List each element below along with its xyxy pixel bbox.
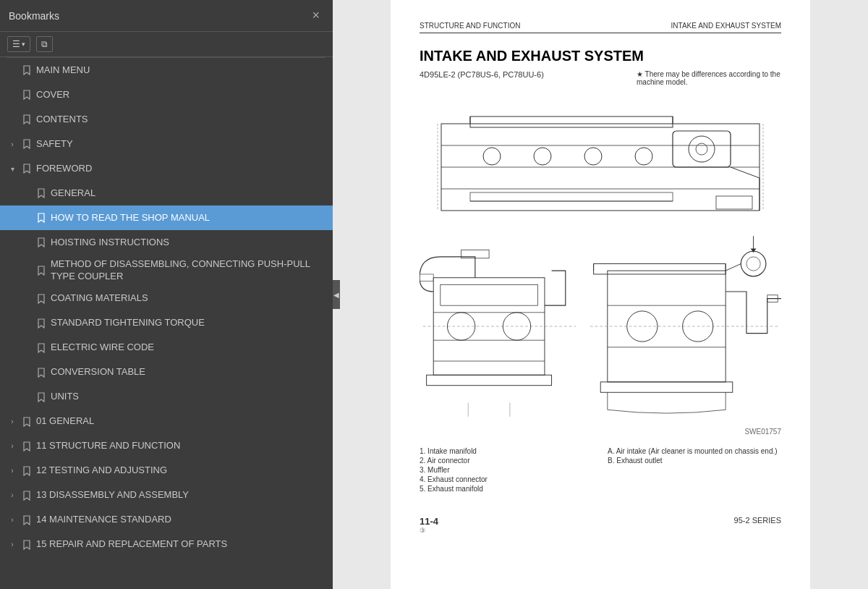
- bookmark-icon-standard-torque: [36, 318, 46, 329]
- caption-item: 4. Exhaust connector: [420, 475, 593, 483]
- sidebar-item-general[interactable]: GENERAL: [0, 181, 333, 205]
- expand-arrow-15-repair: ›: [7, 541, 17, 548]
- section-title: INTAKE AND EXHAUST SYSTEM: [420, 48, 781, 64]
- bookmark-icon-how-to-read: [36, 213, 46, 223]
- bookmark-icon-11-structure: [22, 441, 32, 452]
- svg-point-7: [635, 148, 652, 165]
- sidebar-item-12-testing[interactable]: ›12 TESTING AND ADJUSTING: [0, 459, 333, 483]
- sidebar-item-label-conversion: CONVERSION TABLE: [51, 366, 145, 378]
- sidebar-header: Bookmarks ×: [0, 0, 333, 32]
- sub-number: ③: [420, 527, 438, 534]
- bookmark-icon-contents: [22, 114, 32, 124]
- sidebar-item-label-hoisting: HOISTING INSTRUCTIONS: [51, 237, 169, 249]
- sidebar-item-label-12-testing: 12 TESTING AND ADJUSTING: [36, 465, 167, 477]
- caption-item: A. Air intake (Air cleaner is mounted on…: [608, 447, 781, 455]
- svg-rect-8: [470, 116, 673, 127]
- bookmark-icon-safety: [22, 139, 32, 149]
- sidebar-item-label-14-maintenance: 14 MAINTENANCE STANDARD: [36, 514, 171, 526]
- sidebar-item-foreword[interactable]: ▾FOREWORD: [0, 156, 333, 181]
- sidebar-item-13-disassembly[interactable]: ›13 DISASSEMBLY AND ASSEMBLY: [0, 483, 333, 508]
- expand-arrow-13-disassembly: ›: [7, 491, 17, 499]
- bookmark-icon-13-disassembly: [22, 491, 32, 501]
- sidebar-item-label-cover: COVER: [36, 89, 69, 101]
- sidebar-item-safety[interactable]: ›SAFETY: [0, 132, 333, 156]
- sidebar-item-coating[interactable]: COATING MATERIALS: [0, 287, 333, 311]
- sidebar-item-standard-torque[interactable]: STANDARD TIGHTENING TORQUE: [0, 311, 333, 336]
- sidebar-item-label-method-disassembling: METHOD OF DISASSEMBLING, CONNECTING PUSH…: [51, 258, 326, 283]
- sidebar-item-units[interactable]: UNITS: [0, 385, 333, 410]
- bookmark-icon-general: [36, 188, 46, 198]
- sidebar-item-label-safety: SAFETY: [36, 138, 73, 151]
- bookmark-icon-button[interactable]: ⧉: [36, 36, 53, 52]
- note-text: ★ There may be differences according to …: [637, 70, 781, 86]
- svg-line-16: [731, 167, 760, 178]
- svg-rect-31: [420, 274, 433, 281]
- expand-arrow-foreword: ▾: [7, 165, 17, 173]
- caption-item: B. Exhaust outlet: [608, 457, 781, 465]
- bookmark-icon: ⧉: [41, 39, 48, 49]
- caption-left: 1. Intake manifold2. Air connector3. Muf…: [420, 447, 593, 494]
- expand-arrow-safety: ›: [7, 140, 17, 148]
- sidebar-list: MAIN MENUCOVERCONTENTS›SAFETY▾FOREWORDGE…: [0, 58, 333, 589]
- sidebar-item-01-general[interactable]: ›01 GENERAL: [0, 410, 333, 434]
- sidebar-item-label-coating: COATING MATERIALS: [51, 292, 148, 305]
- bookmark-icon-method-disassembling: [36, 266, 46, 276]
- bookmark-icon-14-maintenance: [22, 515, 32, 525]
- sidebar-item-conversion[interactable]: CONVERSION TABLE: [0, 360, 333, 385]
- list-view-button[interactable]: ☰ ▾: [7, 36, 30, 52]
- bottom-right-diagram: [587, 232, 781, 420]
- caption-item: 5. Exhaust manifold: [420, 485, 593, 493]
- sidebar-item-label-electric-wire: ELECTRIC WIRE CODE: [51, 342, 154, 354]
- bookmark-icon-coating: [36, 294, 46, 304]
- chevron-down-icon: ▾: [22, 41, 25, 48]
- bookmark-icon-units: [36, 392, 46, 402]
- svg-point-4: [483, 148, 501, 165]
- sidebar-item-contents[interactable]: CONTENTS: [0, 107, 333, 132]
- svg-rect-22: [441, 284, 538, 305]
- svg-rect-14: [470, 192, 673, 201]
- sidebar-close-button[interactable]: ×: [307, 7, 324, 25]
- sidebar-item-label-units: UNITS: [51, 391, 79, 403]
- bookmark-icon-hoisting: [36, 237, 46, 247]
- expand-arrow-11-structure: ›: [7, 442, 17, 450]
- bookmark-icon-15-repair: [22, 540, 32, 550]
- sidebar-item-hoisting[interactable]: HOISTING INSTRUCTIONS: [0, 230, 333, 255]
- sidebar-item-label-foreword: FOREWORD: [36, 163, 92, 175]
- caption-item: 2. Air connector: [420, 457, 593, 465]
- svg-rect-48: [600, 382, 733, 392]
- sidebar-item-method-disassembling[interactable]: METHOD OF DISASSEMBLING, CONNECTING PUSH…: [0, 255, 333, 287]
- series-label: 95-2 SERIES: [734, 516, 781, 534]
- svg-rect-18: [716, 196, 752, 209]
- svg-marker-43: [751, 248, 757, 253]
- caption-right: A. Air intake (Air cleaner is mounted on…: [608, 447, 781, 494]
- collapse-handle[interactable]: ◀: [333, 280, 340, 309]
- sidebar-item-label-how-to-read: HOW TO READ THE SHOP MANUAL: [51, 212, 210, 224]
- bookmark-icon-main-menu: [22, 65, 32, 75]
- bookmark-icon-cover: [22, 90, 32, 100]
- caption-item: 1. Intake manifold: [420, 447, 593, 455]
- expand-arrow-14-maintenance: ›: [7, 516, 17, 524]
- bottom-left-diagram: [420, 232, 579, 420]
- sidebar-item-11-structure[interactable]: ›11 STRUCTURE AND FUNCTION: [0, 434, 333, 459]
- bookmark-icon-foreword: [22, 164, 32, 174]
- sidebar-item-label-contents: CONTENTS: [36, 114, 88, 126]
- svg-point-5: [534, 148, 551, 165]
- header-left: STRUCTURE AND FUNCTION: [420, 22, 520, 30]
- sidebar-item-cover[interactable]: COVER: [0, 82, 333, 107]
- sidebar-item-14-maintenance[interactable]: ›14 MAINTENANCE STANDARD: [0, 508, 333, 533]
- expand-arrow-01-general: ›: [7, 418, 17, 425]
- svg-line-41: [726, 264, 741, 271]
- sidebar-item-electric-wire[interactable]: ELECTRIC WIRE CODE: [0, 336, 333, 360]
- bookmark-icon-conversion: [36, 368, 46, 378]
- sidebar-item-15-repair[interactable]: ›15 REPAIR AND REPLACEMENT OF PARTS: [0, 533, 333, 557]
- sidebar-toolbar: ☰ ▾ ⧉: [0, 32, 333, 57]
- bookmark-icon-12-testing: [22, 466, 32, 476]
- sidebar-item-how-to-read[interactable]: HOW TO READ THE SHOP MANUAL: [0, 205, 333, 230]
- model-info: 4D95LE-2 (PC78US-6, PC78UU-6): [420, 70, 544, 79]
- sidebar-item-label-general: GENERAL: [51, 187, 95, 200]
- sidebar-item-main-menu[interactable]: MAIN MENU: [0, 58, 333, 82]
- sidebar-title: Bookmarks: [9, 10, 59, 22]
- page-view: STRUCTURE AND FUNCTION INTAKE AND EXHAUS…: [391, 0, 810, 589]
- sidebar-item-label-15-repair: 15 REPAIR AND REPLACEMENT OF PARTS: [36, 538, 227, 551]
- top-diagram-svg: [427, 109, 774, 225]
